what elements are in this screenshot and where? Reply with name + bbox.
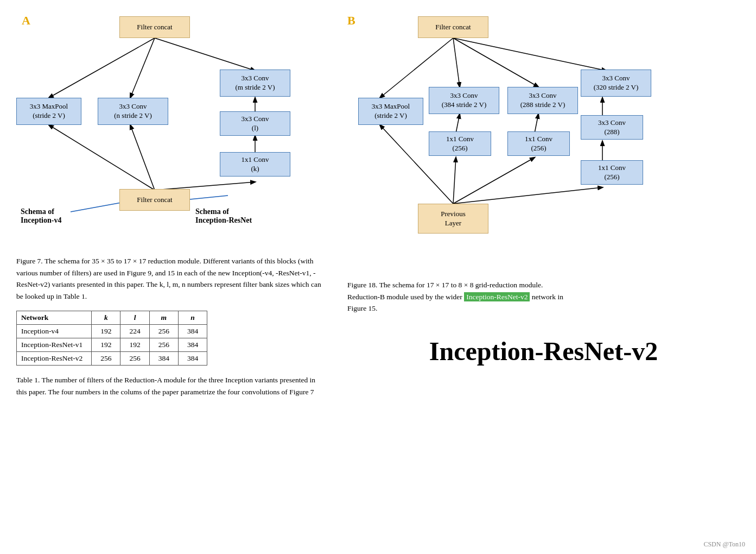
table-header-k: k bbox=[92, 311, 120, 325]
table-row: Inception-v4192224256384 bbox=[17, 325, 207, 338]
node-filter-concat-b: Filter concat bbox=[418, 16, 488, 38]
svg-line-11 bbox=[453, 38, 460, 87]
node-conv-l-a: 3x3 Conv(l) bbox=[220, 111, 290, 136]
diagram-b-label: B bbox=[347, 14, 355, 28]
watermark: CSDN @Ton10 bbox=[703, 540, 745, 549]
node-conv-m-a: 3x3 Conv(m stride 2 V) bbox=[220, 70, 290, 97]
table-row: Inception-ResNet-v1192192256384 bbox=[17, 338, 207, 352]
svg-line-15 bbox=[453, 158, 456, 204]
svg-line-12 bbox=[453, 38, 538, 87]
svg-line-7 bbox=[49, 125, 155, 190]
node-filter-concat-top-a: Filter concat bbox=[119, 16, 190, 38]
table-cell: 192 bbox=[92, 325, 120, 338]
inception-resnet-v2-highlight: Inception-ResNet-v2 bbox=[464, 292, 530, 301]
node-conv-k-a: 1x1 Conv(k) bbox=[220, 152, 290, 177]
node-conv-384-a: 3x3 Conv(384 stride 2 V) bbox=[429, 87, 499, 114]
node-prev-layer: PreviousLayer bbox=[418, 204, 488, 234]
node-conv-288-a: 3x3 Conv(288 stride 2 V) bbox=[507, 87, 578, 114]
node-conv-256-c: 1x1 Conv(256) bbox=[581, 160, 643, 185]
table1-caption: Table 1. The number of filters of the Re… bbox=[16, 374, 326, 398]
table-cell: 384 bbox=[178, 352, 207, 366]
table-cell: 384 bbox=[178, 325, 207, 338]
node-conv-320: 3x3 Conv(320 stride 2 V) bbox=[581, 70, 651, 97]
svg-line-0 bbox=[49, 38, 155, 98]
schema-label-v4: Schema ofInception-v4 bbox=[21, 207, 61, 225]
svg-line-16 bbox=[453, 158, 535, 204]
table-cell: 192 bbox=[120, 338, 149, 352]
figure18-caption: Figure 18. The schema for 17 × 17 to 8 ×… bbox=[347, 279, 575, 314]
diagram-a-label: A bbox=[22, 14, 30, 28]
diagram-b: B bbox=[347, 11, 740, 272]
node-conv-256-b: 1x1 Conv(256) bbox=[507, 131, 570, 156]
table-header-m: m bbox=[149, 311, 178, 325]
svg-line-17 bbox=[453, 187, 602, 204]
table-cell: Inception-v4 bbox=[17, 325, 92, 338]
node-filter-concat-bot-a: Filter concat bbox=[119, 189, 190, 211]
table-header-network: Network bbox=[17, 311, 92, 325]
table-header-n: n bbox=[178, 311, 207, 325]
node-conv-n-a: 3x3 Conv(n stride 2 V) bbox=[98, 98, 168, 125]
table-cell: 256 bbox=[149, 338, 178, 352]
table-row: Inception-ResNet-v2256256384384 bbox=[17, 352, 207, 366]
table-cell: 384 bbox=[178, 338, 207, 352]
table-cell: 256 bbox=[149, 325, 178, 338]
node-maxpool-b: 3x3 MaxPool(stride 2 V) bbox=[358, 98, 423, 125]
table-cell: 256 bbox=[92, 352, 120, 366]
svg-line-19 bbox=[535, 114, 538, 133]
node-conv-288-b: 3x3 Conv(288) bbox=[581, 115, 643, 140]
node-maxpool-a: 3x3 MaxPool(stride 2 V) bbox=[16, 98, 81, 125]
svg-line-1 bbox=[130, 38, 155, 98]
table-cell: 192 bbox=[92, 338, 120, 352]
figure7-caption: Figure 7. The schema for 35 × 35 to 17 ×… bbox=[16, 255, 326, 302]
table-cell: 256 bbox=[120, 352, 149, 366]
table-cell: 384 bbox=[149, 352, 178, 366]
table-header-l: l bbox=[120, 311, 149, 325]
schema-label-resnet: Schema ofInception-ResNet bbox=[195, 207, 252, 225]
filter-table: Network k l m n Inception-v4192224256384… bbox=[16, 311, 207, 366]
svg-line-2 bbox=[155, 38, 255, 71]
table-cell: Inception-ResNet-v1 bbox=[17, 338, 92, 352]
node-conv-256-a: 1x1 Conv(256) bbox=[429, 131, 491, 156]
svg-line-5 bbox=[130, 125, 155, 190]
svg-line-13 bbox=[453, 38, 606, 71]
table-cell: Inception-ResNet-v2 bbox=[17, 352, 92, 366]
left-column: A bbox=[16, 11, 326, 398]
diagram-a: A bbox=[16, 11, 326, 250]
right-column: B bbox=[347, 11, 740, 398]
svg-line-18 bbox=[456, 114, 460, 133]
big-title: Inception-ResNet-v2 bbox=[347, 336, 740, 366]
table-cell: 224 bbox=[120, 325, 149, 338]
